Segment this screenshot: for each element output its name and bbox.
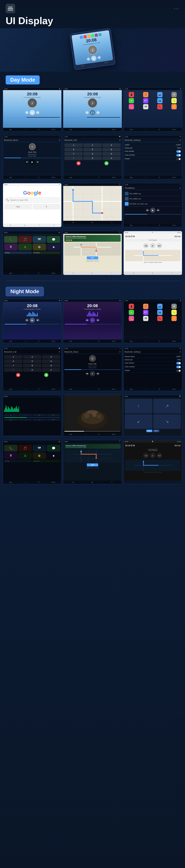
app-icon-8[interactable]: 🔍	[171, 98, 177, 103]
night-app-9[interactable]: 📻	[129, 316, 134, 321]
night-cp-music[interactable]: 🎵	[18, 445, 32, 452]
bt-flower[interactable]: Flower	[125, 157, 181, 161]
app-icon-4[interactable]: ⚙	[171, 92, 177, 97]
music-item-1[interactable]: 华乐_非线性.mp3	[125, 191, 181, 196]
app-icon-1[interactable]: 📱	[129, 92, 134, 97]
night-app-6[interactable]: BT	[143, 310, 149, 315]
night-bt-prev[interactable]: ◀◀	[85, 372, 89, 375]
night-bt-flower[interactable]: Flower	[125, 369, 181, 373]
night-lm-controls[interactable]: ▲ ▼ ◀ ▶	[4, 414, 60, 416]
night-cp-maps[interactable]: 🗺	[33, 445, 46, 452]
night-app-2[interactable]: 🎵	[143, 304, 149, 309]
app-icon-5[interactable]: ✈	[129, 98, 134, 103]
end-call-btn[interactable]: ☎	[76, 161, 81, 165]
app-icon-10[interactable]: 🗺	[143, 104, 149, 110]
nlm-nav1[interactable]: DAIL	[4, 418, 18, 421]
night-app-3[interactable]: 📷	[157, 304, 162, 309]
night-cp-phone[interactable]: 📞	[4, 445, 18, 452]
ndial-7[interactable]: 7	[4, 364, 23, 367]
flower-toggle[interactable]	[176, 158, 181, 160]
answer-call-btn[interactable]: ☎	[104, 161, 109, 165]
carplay-spotify[interactable]: ♫	[18, 244, 32, 250]
nlm-nav3[interactable]: ⊕	[32, 418, 46, 421]
nm1-next[interactable]: ▶▶	[36, 318, 39, 322]
dial-0[interactable]: 0	[83, 156, 102, 160]
dial-7[interactable]: 7	[64, 152, 83, 156]
nm2-play[interactable]: ❙❙	[90, 317, 95, 323]
night-bt-next[interactable]: ▶▶	[96, 372, 100, 375]
night-app-1[interactable]: 📱	[129, 304, 134, 309]
night-np-play[interactable]: ▶	[150, 453, 155, 458]
ndial-8[interactable]: 8	[23, 364, 41, 367]
ndial-star[interactable]: *	[4, 368, 23, 372]
dial-2[interactable]: 2	[83, 143, 102, 147]
dial-9[interactable]: 9	[102, 152, 121, 156]
next-btn-d1[interactable]: ▶▶	[36, 111, 39, 114]
carplay-extra[interactable]: ★	[47, 244, 60, 250]
carplay-music[interactable]: 🎵	[18, 236, 32, 243]
play-btn-d2[interactable]: ❙❙	[90, 110, 95, 115]
app-icon-3[interactable]: 📷	[157, 92, 162, 97]
night-dialpad[interactable]: 1 2 3 4 5 6 7 8 9 * 0 #	[4, 355, 60, 372]
night-answer-call[interactable]: ☎	[44, 373, 48, 377]
night-auto-connect-toggle[interactable]	[176, 366, 181, 368]
night-app-7[interactable]: 📺	[157, 310, 162, 315]
night-app-11[interactable]: 📞	[157, 316, 162, 321]
app-icon-6[interactable]: BT	[143, 98, 149, 103]
nlm-nav4[interactable]: APTS	[47, 418, 60, 421]
night-app-8[interactable]: 🔍	[171, 310, 177, 315]
app-icon-7[interactable]: 📺	[157, 98, 162, 103]
np-prev[interactable]: ◀◀	[143, 243, 149, 248]
nlm-btn1[interactable]: ▲	[4, 414, 18, 416]
auto-connect-toggle[interactable]	[176, 154, 181, 156]
ndial-0[interactable]: 0	[23, 368, 41, 372]
dial-1[interactable]: 1	[64, 143, 83, 147]
night-go-button[interactable]: GO	[87, 463, 98, 466]
next-btn-d2[interactable]: ▶▶	[96, 111, 100, 114]
lm-prev[interactable]: ◀◀	[146, 209, 149, 212]
lm-next[interactable]: ▶▶	[157, 209, 160, 212]
night-cp-spot[interactable]: ♫	[18, 452, 32, 459]
ndial-9[interactable]: 9	[42, 364, 60, 367]
road-nav-btn[interactable]: NAV	[146, 430, 152, 432]
auto-answer-toggle[interactable]	[176, 150, 181, 153]
prev-btn[interactable]: ◀◀	[86, 57, 90, 61]
night-cp-set[interactable]: ⚙	[33, 452, 46, 459]
carplay-podcast[interactable]: 🎙	[4, 244, 18, 250]
bt-prev[interactable]: ◀◀	[25, 160, 28, 164]
night-np-next[interactable]: ▶▶	[157, 453, 162, 458]
ndial-1[interactable]: 1	[4, 355, 23, 359]
dialpad[interactable]: 1 2 3 4 5 6 7 8 9 * 0 #	[64, 143, 121, 160]
nlm-btn2[interactable]: ▼	[18, 414, 32, 416]
np-play[interactable]: ▶	[150, 243, 155, 248]
night-flower-toggle[interactable]	[176, 370, 181, 372]
bt-next[interactable]: ▶▶	[36, 160, 39, 164]
night-np-prev[interactable]: ◀◀	[143, 453, 149, 458]
night-bt-autoconnect[interactable]: Auto connect	[125, 365, 181, 369]
prev-btn-d1[interactable]: ◀◀	[25, 111, 28, 114]
night-cp-ext[interactable]: ★	[47, 452, 60, 459]
ndial-2[interactable]: 2	[23, 355, 41, 359]
google-search-bar[interactable]: 🔍 Search or type URL	[4, 197, 60, 203]
nm2-prev[interactable]: ◀◀	[85, 318, 89, 322]
carplay-settings[interactable]: ⚙	[33, 244, 46, 250]
google-apps-btn[interactable]: Apps	[4, 204, 32, 210]
nm2-next[interactable]: ▶▶	[96, 318, 100, 322]
night-app-12[interactable]: ⚡	[171, 316, 177, 321]
night-end-call[interactable]: ☎	[16, 373, 20, 377]
night-bt-autoanswer[interactable]: Auto answer	[125, 362, 181, 365]
app-icon-9[interactable]: 📻	[129, 104, 134, 110]
np-next[interactable]: ▶▶	[157, 243, 162, 248]
menu-icon[interactable]	[6, 4, 15, 13]
night-app-4[interactable]: ⚙	[171, 304, 177, 309]
ndial-3[interactable]: 3	[42, 355, 60, 359]
dial-star[interactable]: *	[64, 156, 83, 160]
app-icon-12[interactable]: ⚡	[171, 104, 177, 110]
nlm-nav2[interactable]: ♫	[18, 418, 32, 421]
app-icon-11[interactable]: 📞	[157, 104, 162, 110]
carplay-maps[interactable]: 🗺	[33, 236, 46, 243]
nm1-play[interactable]: ▶	[30, 317, 35, 323]
ndial-hash[interactable]: #	[42, 368, 60, 372]
bt-auto-answer[interactable]: Auto answer	[125, 150, 181, 153]
carplay-messages[interactable]: 💬	[47, 236, 60, 243]
